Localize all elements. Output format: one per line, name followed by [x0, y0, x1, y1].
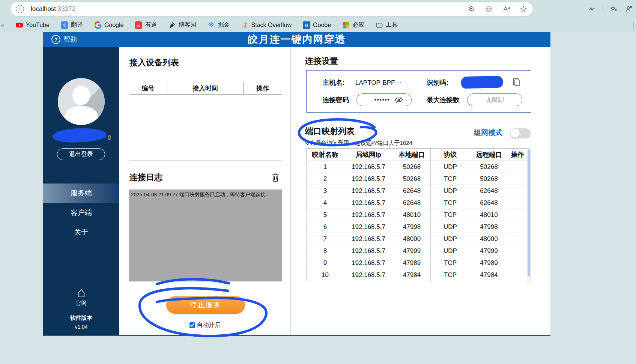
table-row: 10192.168.5.747984TCP47984	[307, 269, 527, 281]
cell: TCP	[431, 173, 470, 185]
eye-off-icon[interactable]	[394, 95, 403, 104]
cell: 192.168.5.7	[344, 197, 393, 209]
browser-chrome: i localhost :33272	[0, 0, 636, 32]
hostname-label: 主机名:	[323, 78, 344, 87]
column-header: 操作	[508, 149, 527, 161]
log-output[interactable]: 2025-04-08 21:09:27 端口映射服务已启动，等待客户端连接...	[129, 190, 282, 281]
hostname-value: LAPTOP-BPF⋯	[355, 79, 401, 87]
bookmark-goobe[interactable]: GGoobe	[303, 21, 331, 29]
bookmark-label: 有道	[145, 21, 157, 29]
bookmark-translate[interactable]: 文翻译	[61, 21, 83, 29]
cell: 47989	[470, 257, 508, 269]
cell: 48000	[470, 233, 508, 245]
middle-panel: 接入设备列表 编号接入时间操作 连接日志 2025-04-08 21:09:27…	[119, 47, 291, 335]
profile-icon[interactable]	[625, 5, 633, 13]
trash-icon[interactable]	[271, 173, 280, 182]
table-row: 3192.168.5.762648UDP62648	[307, 185, 527, 197]
svg-text:yd: yd	[137, 23, 141, 27]
info-icon[interactable]: i	[16, 5, 24, 13]
stop-service-button[interactable]: 停止服务	[166, 296, 245, 314]
cell: 192.168.5.7	[344, 173, 393, 185]
bookmark-youtube[interactable]: YouTube	[16, 21, 50, 29]
bookmark-cnblogs[interactable]: 博客园	[168, 21, 196, 29]
version-number: v1.04	[43, 324, 119, 330]
bookmark-youdao[interactable]: yd有道	[135, 21, 157, 29]
sidebar: g 退出登录 服务端 客户端 关于 ⌂ 官网 软件版本 v1.04	[43, 47, 119, 335]
bookmark-stackoverflow[interactable]: Stack Overflow	[241, 21, 292, 29]
cell: 9	[307, 257, 344, 269]
cell	[508, 245, 527, 257]
cell: 8	[307, 245, 344, 257]
bing-icon	[342, 21, 350, 29]
bookmark-tools[interactable]: 工具	[376, 21, 398, 29]
cell: 47999	[393, 245, 431, 257]
youtube-icon	[16, 21, 23, 29]
sidebar-item-server[interactable]: 服务端	[43, 184, 119, 203]
bookmark-label: 博客园	[178, 21, 196, 29]
password-input[interactable]: ••••••	[356, 93, 412, 106]
cell: 47984	[470, 269, 508, 281]
address-bar[interactable]: i localhost :33272	[11, 2, 533, 16]
screen: i localhost :33272	[0, 0, 636, 364]
cell: TCP	[431, 197, 470, 209]
address-port[interactable]: :33272	[56, 5, 75, 13]
bookmark-google[interactable]: Google	[94, 21, 124, 29]
stackoverflow-icon	[241, 21, 248, 29]
cell: TCP	[431, 269, 470, 281]
bookmark-label: Goobe	[313, 22, 331, 29]
cell: UDP	[431, 245, 470, 257]
cell: 62648	[393, 197, 431, 209]
cell: 192.168.5.7	[344, 269, 393, 281]
table-row: 4192.168.5.762648TCP62648	[307, 197, 527, 209]
scrollbar-thumb[interactable]	[528, 149, 530, 276]
table-scrollbar[interactable]	[527, 148, 531, 283]
network-mode-label: 组网模式	[474, 128, 502, 138]
avatar	[58, 78, 105, 125]
column-header: 协议	[431, 149, 470, 161]
favorites-list-icon[interactable]	[610, 5, 618, 13]
cell: UDP	[431, 161, 470, 173]
cell: 192.168.5.7	[344, 257, 393, 269]
max-connections-button[interactable]: 无限制	[467, 93, 522, 106]
goobe-icon: G	[303, 21, 310, 29]
favorite-star-icon[interactable]	[519, 5, 528, 13]
autostart-row: 自动开启	[119, 321, 291, 329]
cell: 1	[307, 161, 344, 173]
sidebar-item-about[interactable]: 关于	[43, 223, 119, 242]
table-row: 5192.168.5.748010TCP48010	[307, 209, 527, 221]
cell	[508, 233, 527, 245]
port-mapping-table: 映射名称局域网ip本地端口协议远程端口操作1192.168.5.750268UD…	[306, 148, 527, 281]
zoom-out-icon[interactable]	[468, 5, 476, 13]
cell: 3	[307, 185, 344, 197]
cell: 192.168.5.7	[344, 233, 393, 245]
cell: 62648	[393, 185, 431, 197]
translate-icon[interactable]	[485, 5, 493, 13]
sidebar-item-client[interactable]: 客户端	[43, 203, 119, 223]
bookmark-juejin[interactable]: 掘金	[207, 21, 230, 29]
network-mode-toggle[interactable]	[510, 128, 531, 138]
cell	[508, 257, 527, 269]
cell: 47998	[393, 221, 431, 233]
app-title: 皎月连一键内网穿透	[43, 33, 550, 46]
password-label: 连接密码	[323, 95, 349, 104]
bookmark-label: Google	[104, 22, 124, 29]
svg-text:G: G	[305, 23, 308, 27]
autostart-checkbox[interactable]	[189, 322, 195, 328]
address-host[interactable]: localhost	[31, 5, 56, 13]
cell: UDP	[431, 221, 470, 233]
logout-button[interactable]: 退出登录	[57, 148, 105, 160]
copy-icon[interactable]	[512, 77, 521, 87]
password-masked-value: ••••••	[374, 97, 390, 103]
id-code-redaction-scribble	[461, 76, 504, 89]
right-panel: 连接设置 主机名: LAPTOP-BPF⋯ 识别码: 连接密码 ••••••	[291, 47, 550, 335]
port-mapping-title: 端口映射列表	[305, 126, 355, 137]
bookmark-label: Stack Overflow	[251, 22, 292, 29]
app-header: 皎月连一键内网穿透 ? 帮助	[43, 32, 550, 47]
read-aloud-icon[interactable]	[502, 5, 510, 13]
official-site-link[interactable]: ⌂ 官网	[43, 286, 119, 307]
bookmark-bing[interactable]: 必应	[342, 21, 364, 29]
cell: 48010	[470, 209, 508, 221]
bookmark-label: YouTube	[26, 22, 50, 29]
browser-essentials-icon[interactable]	[588, 5, 596, 13]
devices-table: 编号接入时间操作	[129, 82, 282, 95]
